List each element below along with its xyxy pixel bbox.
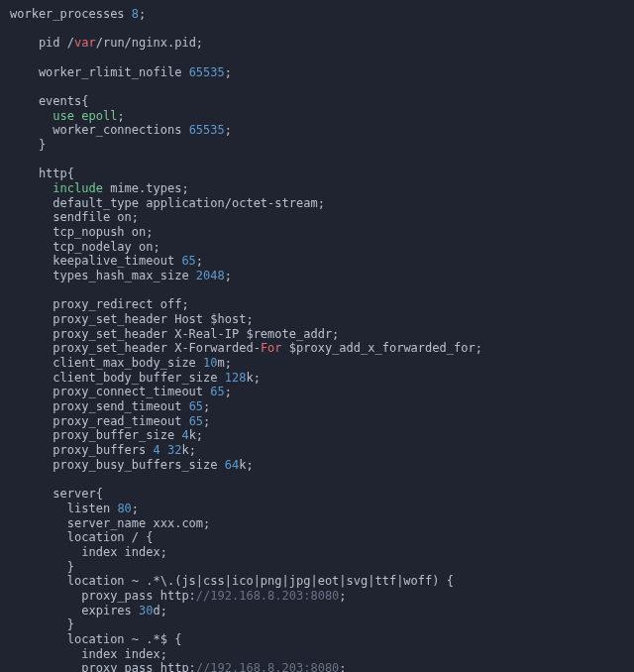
code-token: expires <box>10 604 139 617</box>
code-token: proxy_set_header Host $host; <box>10 312 254 326</box>
code-token: index index; <box>10 647 167 661</box>
code-token: index index; <box>10 545 167 559</box>
code-token: proxy_busy_buffers_size <box>10 458 225 472</box>
code-token: var <box>74 36 96 50</box>
code-token: sendfile on; <box>10 210 139 224</box>
code-token: proxy_read_timeout <box>10 414 189 428</box>
code-token: ; <box>225 65 232 79</box>
code-token: proxy_pass http: <box>10 661 196 672</box>
code-token: 10 <box>203 356 217 370</box>
code-token: For <box>261 341 282 355</box>
code-token: /run/nginx.pid; <box>96 36 203 50</box>
code-token: proxy_buffers <box>10 443 154 457</box>
code-token: } <box>10 138 46 152</box>
code-token: 80 <box>117 502 131 515</box>
code-content: worker_processes 8; pid /var/run/nginx.p… <box>10 7 482 672</box>
code-token: 30 <box>139 604 153 617</box>
code-token: keepalive_timeout <box>10 254 181 268</box>
code-token: 32 <box>167 443 181 457</box>
code-token: ; <box>132 502 139 515</box>
code-token: client_body_buffer_size <box>10 371 225 385</box>
code-token: ; <box>225 123 232 137</box>
code-token: 64 <box>225 458 239 472</box>
code-token: 4 <box>181 428 188 442</box>
code-token: 4 <box>154 443 160 457</box>
code-token: server{ <box>10 487 103 501</box>
code-token: } <box>10 617 74 631</box>
code-token: d; <box>154 604 167 617</box>
code-token: 8 <box>132 7 139 21</box>
code-token <box>10 109 53 123</box>
code-token: tcp_nodelay on; <box>10 240 160 254</box>
code-token: ; <box>203 399 210 413</box>
code-token: 65535 <box>189 123 225 137</box>
code-token: listen <box>10 502 117 515</box>
code-token: events{ <box>10 94 88 108</box>
code-token: proxy_pass http: <box>10 589 196 603</box>
code-token: 65 <box>210 385 224 398</box>
code-token: ; <box>203 414 210 428</box>
code-token: worker_rlimit_nofile <box>10 65 189 79</box>
code-token: epoll <box>81 109 117 123</box>
code-token: ; <box>339 589 346 603</box>
code-token: proxy_connect_timeout <box>10 385 210 398</box>
code-token: proxy_buffer_size <box>10 428 181 442</box>
code-token <box>160 443 167 457</box>
code-token: pid / <box>10 36 74 50</box>
code-token: 65 <box>181 254 195 268</box>
code-token: ; <box>339 661 346 672</box>
code-token: ; <box>225 269 232 282</box>
code-token: http{ <box>10 167 74 180</box>
code-token: types_hash_max_size <box>10 269 196 282</box>
code-token: include <box>53 181 103 195</box>
code-token: 128 <box>225 371 247 385</box>
code-token: proxy_set_header X-Forwarded- <box>10 341 261 355</box>
code-token: proxy_set_header X-Real-IP $remote_addr; <box>10 327 339 341</box>
code-token: 65 <box>189 414 203 428</box>
code-token: m; <box>218 356 232 370</box>
code-token: location / { <box>10 530 154 544</box>
code-token: proxy_send_timeout <box>10 399 189 413</box>
code-token: ; <box>196 254 203 268</box>
code-token: ; <box>225 385 232 398</box>
code-token: client_max_body_size <box>10 356 203 370</box>
code-token: k; <box>246 371 260 385</box>
code-token <box>10 181 53 195</box>
code-token: ; <box>139 7 146 21</box>
code-token: 65535 <box>189 65 225 79</box>
code-token: ; <box>117 109 124 123</box>
code-token: worker_connections <box>10 123 189 137</box>
code-token: server_name xxx.com; <box>10 516 210 530</box>
code-token: k; <box>239 458 253 472</box>
code-token: location ~ .*$ { <box>10 632 181 646</box>
code-token: } <box>10 560 74 574</box>
code-token: 2048 <box>196 269 225 282</box>
code-token: 65 <box>189 399 203 413</box>
code-token: //192.168.8.203:8080 <box>196 661 340 672</box>
code-token: worker_processes <box>10 7 132 21</box>
code-token: k; <box>189 428 203 442</box>
code-token: location ~ .*\.(js|css|ico|png|jpg|eot|s… <box>10 574 454 588</box>
code-token: use <box>53 109 74 123</box>
code-token: tcp_nopush on; <box>10 225 154 239</box>
code-token: k; <box>181 443 195 457</box>
code-token: mime.types; <box>103 181 189 195</box>
code-token: proxy_redirect off; <box>10 297 189 311</box>
code-block: worker_processes 8; pid /var/run/nginx.p… <box>0 0 634 672</box>
code-token: $proxy_add_x_forwarded_for; <box>282 341 482 355</box>
code-token: default_type application/octet-stream; <box>10 196 325 210</box>
code-token: //192.168.8.203:8080 <box>196 589 340 603</box>
